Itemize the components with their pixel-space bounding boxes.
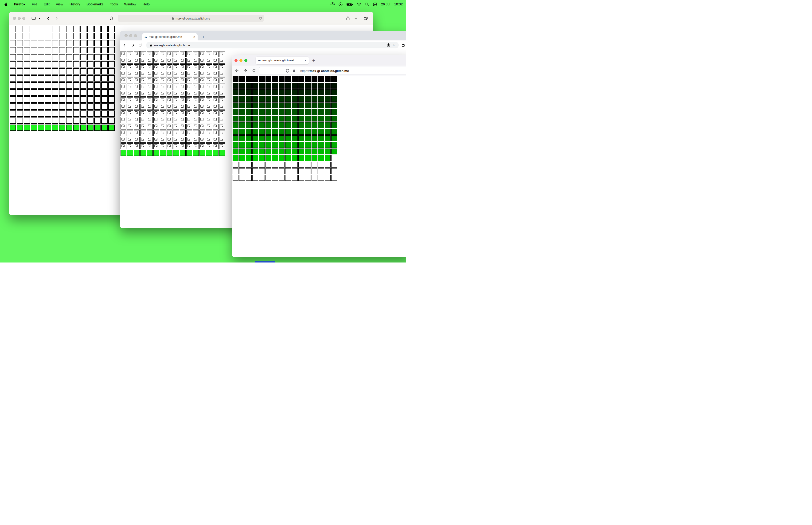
- menu-tools[interactable]: Tools: [110, 2, 118, 6]
- tracking-shield-icon[interactable]: [286, 69, 289, 73]
- menu-history[interactable]: History: [70, 2, 80, 6]
- wifi-icon[interactable]: [357, 3, 361, 6]
- reload-icon[interactable]: [259, 17, 262, 20]
- chevron-down-icon[interactable]: [38, 17, 41, 19]
- broken-image-icon: [121, 72, 124, 75]
- sidebar-toggle-icon[interactable]: [31, 16, 36, 20]
- broken-image-icon: [161, 92, 164, 94]
- broken-image-tile: [193, 104, 199, 110]
- back-button[interactable]: [46, 16, 50, 20]
- grid-cell: [59, 61, 65, 68]
- broken-image-tile: [127, 71, 133, 77]
- grid-cell: [259, 122, 265, 128]
- grid-cell: [272, 89, 278, 95]
- minimize-window-button[interactable]: [18, 17, 21, 20]
- google-icon[interactable]: G: [331, 2, 335, 6]
- menu-window[interactable]: Window: [124, 2, 136, 6]
- grid-cell: [52, 103, 58, 110]
- extensions-puzzle-icon[interactable]: [401, 43, 405, 47]
- grid-cell: [66, 103, 72, 110]
- grid-cell: [31, 40, 37, 46]
- control-center-icon[interactable]: [373, 2, 377, 6]
- play-icon[interactable]: [339, 2, 342, 6]
- spotlight-search-icon[interactable]: [365, 2, 369, 6]
- share-icon[interactable]: [346, 16, 350, 20]
- menu-help[interactable]: Help: [143, 2, 150, 6]
- close-window-button[interactable]: [234, 59, 238, 62]
- new-tab-button[interactable]: +: [312, 58, 315, 63]
- broken-image-tile: [219, 130, 225, 136]
- grid-cell: [252, 89, 258, 95]
- grid-cell: [285, 76, 291, 82]
- grid-cell: [38, 33, 44, 39]
- grid-cell: [298, 89, 304, 95]
- grid-cell: [331, 135, 337, 141]
- battery-icon[interactable]: [347, 3, 353, 6]
- broken-image-icon: [207, 124, 210, 127]
- privacy-shield-icon[interactable]: [109, 16, 113, 20]
- grid-cell: [52, 89, 58, 96]
- grid-cell: [279, 149, 285, 154]
- new-tab-button[interactable]: +: [202, 35, 205, 39]
- minimize-window-button[interactable]: [240, 59, 243, 62]
- grid-cell: [59, 33, 65, 39]
- minimize-window-button[interactable]: [129, 34, 132, 38]
- grid-cell: [52, 61, 58, 68]
- chrome-active-tab[interactable]: ∞ max-gl-contexts.glitch.me ×: [142, 33, 198, 41]
- grid-cell: [101, 103, 108, 110]
- grid-cell: [325, 103, 331, 108]
- safari-address-bar[interactable]: max-gl-contexts.glitch.me: [118, 15, 264, 22]
- bookmark-star-icon[interactable]: ☆: [393, 43, 395, 47]
- grid-cell: [233, 135, 239, 141]
- back-button[interactable]: [235, 69, 239, 73]
- menu-view[interactable]: View: [56, 2, 63, 6]
- broken-image-tile: [219, 64, 225, 70]
- grid-cell: [73, 110, 79, 117]
- broken-image-tile: [153, 130, 159, 136]
- broken-image-tile: [147, 71, 153, 77]
- forward-button[interactable]: [55, 16, 59, 20]
- back-button[interactable]: [123, 43, 127, 47]
- apple-menu-icon[interactable]: [4, 2, 8, 6]
- broken-image-icon: [194, 65, 197, 68]
- tab-close-icon[interactable]: ×: [193, 35, 195, 39]
- broken-image-icon: [194, 138, 197, 140]
- broken-image-icon: [187, 78, 190, 81]
- menu-bar-date[interactable]: 26 Jul: [381, 2, 390, 6]
- firefox-active-tab[interactable]: ∞ max-gl-contexts.glitch.me/ ×: [256, 57, 309, 64]
- reload-icon[interactable]: [138, 43, 142, 47]
- grid-cell: [259, 129, 265, 135]
- broken-image-tile: [180, 64, 186, 70]
- menu-edit[interactable]: Edit: [44, 2, 49, 6]
- broken-image-icon: [168, 92, 171, 94]
- broken-image-tile: [127, 130, 133, 136]
- broken-image-icon: [161, 105, 164, 108]
- menu-bookmarks[interactable]: Bookmarks: [87, 2, 104, 6]
- reload-icon[interactable]: [252, 69, 256, 73]
- broken-image-icon: [148, 118, 151, 121]
- close-window-button[interactable]: [13, 17, 16, 20]
- tab-overview-icon[interactable]: [364, 17, 368, 20]
- zoom-window-button[interactable]: [244, 59, 247, 62]
- broken-image-tile: [167, 51, 172, 57]
- zoom-window-button[interactable]: [134, 34, 137, 38]
- menu-file[interactable]: File: [32, 2, 37, 6]
- new-tab-button[interactable]: +: [354, 16, 357, 21]
- share-icon[interactable]: [387, 43, 390, 47]
- grid-cell: [331, 83, 337, 89]
- grid-cell: [246, 116, 251, 121]
- broken-image-tile: [147, 137, 153, 142]
- zoom-window-button[interactable]: [22, 17, 25, 20]
- close-window-button[interactable]: [124, 34, 127, 38]
- broken-image-tile: [147, 104, 153, 110]
- forward-button[interactable]: [131, 43, 134, 47]
- broken-image-icon: [141, 105, 144, 108]
- menu-bar-clock[interactable]: 10:32: [394, 2, 403, 6]
- menu-app-name[interactable]: Firefox: [14, 2, 25, 6]
- chrome-address-bar[interactable]: max-gl-contexts.glitch.me ☆: [146, 42, 399, 48]
- broken-image-tile: [153, 58, 159, 64]
- tab-close-icon[interactable]: ×: [305, 59, 306, 62]
- grid-cell: [331, 122, 337, 128]
- forward-button[interactable]: [243, 69, 247, 73]
- firefox-address-bar[interactable]: https://max-gl-contexts.glitch.me: [259, 67, 406, 75]
